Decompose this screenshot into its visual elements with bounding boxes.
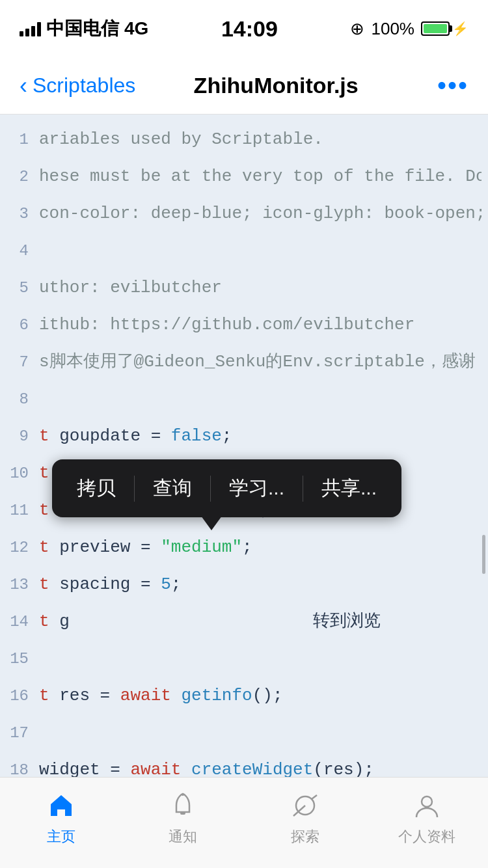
context-learn-button[interactable]: 学习...: [211, 459, 303, 517]
tab-home[interactable]: 主页: [0, 788, 122, 847]
code-line: 9 t goupdate = false;: [0, 418, 488, 455]
context-share-button[interactable]: 共享...: [303, 459, 395, 517]
context-lookup-button[interactable]: 查询: [135, 459, 210, 517]
code-line: 14 t g 转到浏览: [0, 603, 488, 640]
more-button[interactable]: •••: [416, 71, 468, 100]
telescope-icon: [288, 788, 323, 823]
vertical-scrollbar: [482, 535, 485, 574]
back-button[interactable]: ‹ Scriptables: [20, 72, 135, 100]
profile-icon: [409, 788, 444, 823]
code-line: 6 ithub: https://github.com/evilbutcher: [0, 306, 488, 344]
code-line: 17: [0, 714, 488, 752]
code-line: 2 hese must be at the very top of the fi…: [0, 158, 488, 195]
code-editor[interactable]: 1 ariables used by Scriptable. 2 hese mu…: [0, 115, 488, 868]
network-label: 4G: [124, 18, 148, 39]
back-chevron-icon: ‹: [20, 72, 27, 100]
context-menu: 拷贝 查询 学习... 共享...: [52, 459, 401, 517]
context-menu-arrow: [201, 516, 222, 530]
status-icons: ⊕ 100% ⚡: [350, 19, 468, 39]
code-line: 7 s脚本使用了@Gideon_Senku的Env.scriptable，感谢: [0, 344, 488, 381]
code-line: 15: [0, 640, 488, 677]
tab-home-label: 主页: [47, 827, 75, 847]
battery-pct-label: 100%: [371, 19, 414, 39]
svg-rect-0: [180, 812, 185, 815]
back-label: Scriptables: [33, 74, 135, 98]
charging-icon: ⚡: [452, 21, 468, 36]
code-line: 3 con-color: deep-blue; icon-glyph: book…: [0, 195, 488, 232]
carrier-info: 中国电信 4G: [20, 16, 148, 41]
location-icon: ⊕: [350, 19, 364, 39]
nav-bar: ‹ Scriptables ZhihuMonitor.js •••: [0, 57, 488, 115]
tab-notify[interactable]: 通知: [122, 788, 245, 847]
tab-explore-label: 探索: [291, 827, 319, 847]
tab-bar: 主页 通知 探索 个人资料: [0, 777, 488, 868]
code-line: 16 t res = await getinfo();: [0, 677, 488, 714]
context-copy-button[interactable]: 拷贝: [59, 459, 134, 517]
code-line: 12 t preview = "medium";: [0, 529, 488, 566]
tab-profile[interactable]: 个人资料: [366, 788, 489, 847]
carrier-label: 中国电信: [46, 16, 119, 41]
code-line: 8: [0, 381, 488, 418]
code-line: 13 t spacing = 5;: [0, 566, 488, 603]
nav-title: ZhihuMonitor.js: [135, 73, 416, 98]
code-line: 1 ariables used by Scriptable.: [0, 121, 488, 158]
battery-icon: ⚡: [421, 21, 468, 36]
code-line: 4: [0, 232, 488, 269]
code-line: 5 uthor: evilbutcher: [0, 269, 488, 306]
tab-notify-label: 通知: [169, 827, 197, 847]
home-icon: [44, 788, 79, 823]
clock: 14:09: [221, 16, 278, 42]
bell-icon: [165, 788, 200, 823]
svg-point-5: [422, 796, 432, 807]
svg-line-3: [312, 795, 317, 799]
signal-icon: [20, 21, 41, 36]
status-bar: 中国电信 4G 14:09 ⊕ 100% ⚡: [0, 0, 488, 57]
tab-explore[interactable]: 探索: [244, 788, 366, 847]
tab-profile-label: 个人资料: [398, 827, 455, 847]
